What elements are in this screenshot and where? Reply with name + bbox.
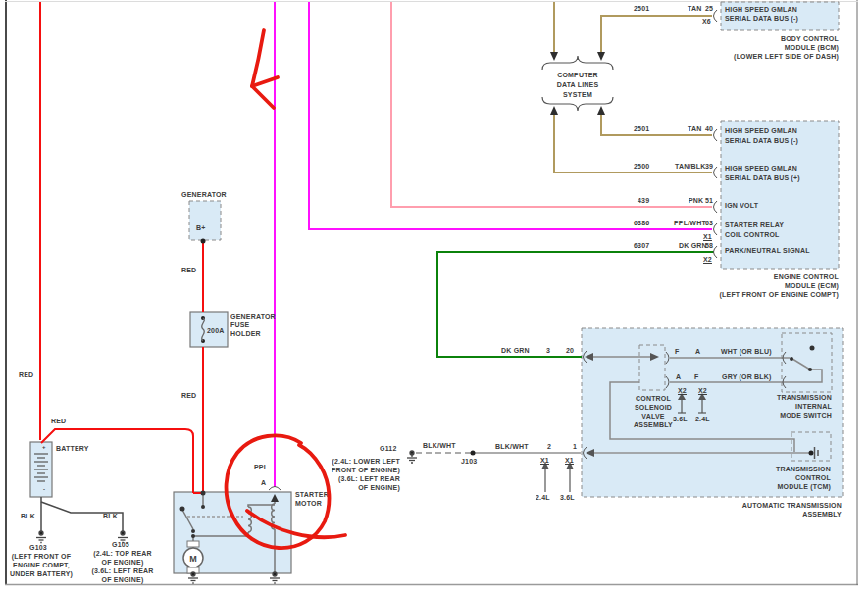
ecm-row58-signal-1: PARK/NEUTRAL SIGNAL [725,247,810,255]
g112-label: G112 [380,445,397,453]
csva-row1-pin-right: A [695,348,700,356]
wiring-diagram-page: M 2501 TAN 25 X6 HIGH SPEED GMLAN SERIAL… [0,0,868,592]
blk-label-right: BLK [103,513,118,520]
ecm-row51-pin: 51 [705,197,713,205]
computer-data-lines-label: COMPUTER DATA LINES SYSTEM [538,71,617,100]
ecm-row51-signal-1: IGN VOLT [725,202,758,210]
ecm-row63-connector: X1 [703,233,712,241]
generator-terminal: B+ [196,224,206,232]
g103-label: G103 [29,544,47,552]
csva-connector-right: X2 [698,387,707,395]
csva-row1-pin-left: F [675,348,679,356]
csva-engine-right: 2.4L [695,416,710,423]
ecm-row40-color: TAN [688,125,701,133]
blkwht-connector-b: X1 [565,457,574,465]
ecm-row58-circuit: 6307 [634,242,649,250]
ecm-row58-color: DK GRN [679,242,707,250]
bcm-pin: 25 [705,5,713,13]
ecm-row39-signal-1: HIGH SPEED GMLAN [725,165,797,173]
blkwht-pin-a: 2 [547,443,551,451]
g103-ground [36,531,46,543]
g105-caption: (2.4L: TOP REAROF ENGINE) (3.6L: LEFT RE… [83,549,162,584]
wht-or-blu-label: WHT (OR BLU) [721,348,772,356]
ecm-row39-pin: 39 [705,163,713,171]
csva-caption: CONTROLSOLENOID VALVEASSEMBLY [624,394,683,429]
starter-ground-left [188,572,198,583]
starter-terminal-a: A [261,479,266,487]
ecm-row58-connector: X2 [703,256,712,264]
tims-caption: TRANSMISSIONINTERNAL MODE SWITCH [773,393,832,419]
ecm-row58-pin: 58 [705,242,713,250]
g105-label: G105 [112,541,129,549]
ecm-row39-circuit: 2500 [634,163,649,171]
ecm-row40-signal-2: SERIAL DATA BUS (-) [725,137,798,145]
red-label-gen-upper: RED [181,267,196,274]
ecm-row63-signal-1: STARTER RELAY [725,222,784,229]
red-label-trunk: RED [19,371,33,379]
ecm-row39-color: TAN/BLK [675,163,706,171]
starter-ground-right [270,572,280,583]
dk-grn-wire-label: DK GRN [501,347,530,355]
blkwht-label-dashed: BLK/WHT [423,442,456,450]
gry-or-blk-label: GRY (OR BLK) [722,373,772,381]
blk-label-left: BLK [21,513,35,520]
g112-ground [407,451,417,463]
ecm-row63-signal-2: COIL CONTROL [725,231,780,239]
battery-label: BATTERY [56,445,89,453]
ecm-row40-signal-1: HIGH SPEED GMLAN [725,127,797,135]
csva-row2-pin-left: A [676,373,681,381]
fuse-rating: 200A [207,327,225,335]
bcm-caption: BODY CONTROLMODULE (BCM)(LOWER LEFT SIDE… [642,34,839,61]
generator-box [189,201,221,240]
ecm-row63-circuit: 6386 [634,220,649,227]
blkwht-label-solid: BLK/WHT [495,443,529,451]
g103-caption: (LEFT FRONT OFENGINE COMPT, UNDER BATTER… [2,552,80,578]
g112-caption: (2.4L: LOWER LEFTFRONT OF ENGINE) (3.6L:… [327,457,400,492]
blkwht-engine-b: 3.6L [560,494,575,502]
ecm-row51-circuit: 439 [638,197,649,205]
ecm-row39-signal-2: SERIAL DATA BUS (+) [725,174,800,182]
j103-label: J103 [461,458,477,466]
ppl-label: PPL [254,464,268,471]
ecm-caption: ENGINE CONTROLMODULE (ECM)(LEFT FRONT OF… [642,272,839,299]
red-label-feed: RED [51,418,66,425]
generator-label: GENERATOR [181,191,227,199]
tcm-caption: TRANSMISSIONCONTROL MODULE (TCM) [752,465,831,491]
motor-m-glyph: M [189,554,197,564]
battery-minus: - [43,485,45,493]
ecm-row63-color: PPL/WHT [674,220,706,227]
dk-grn-pin-a: 3 [546,347,550,355]
dk-grn-pin-b: 20 [566,347,574,355]
bcm-signal-1: HIGH SPEED GMLAN [725,6,797,14]
ecm-row40-circuit: 2501 [634,125,649,133]
bcm-connector: X6 [702,18,711,25]
bcm-wire-color: TAN [688,5,701,13]
auto-trans-caption: AUTOMATIC TRANSMISSIONASSEMBLY [685,501,842,518]
blkwht-pin-b: 1 [573,443,577,451]
ecm-row40-pin: 40 [705,125,713,133]
j103-splice [471,451,476,456]
csva-row2-pin-right: F [694,373,698,381]
ecm-row63-pin: 63 [705,220,713,227]
red-label-gen-lower: RED [181,392,196,400]
fuse-caption: GENERATORFUSEHOLDER [230,312,276,338]
starter-motor-label: STARTERMOTOR [295,490,329,508]
blkwht-engine-a: 2.4L [536,494,550,502]
bcm-circuit: 2501 [634,5,649,13]
bcm-signal-2: SERIAL DATA BUS (-) [725,15,798,23]
generator-b-plus-terminal [201,239,206,244]
ecm-row51-color: PNK [689,197,703,205]
battery-plus: + [42,443,46,451]
blkwht-connector-a: X1 [540,457,549,465]
